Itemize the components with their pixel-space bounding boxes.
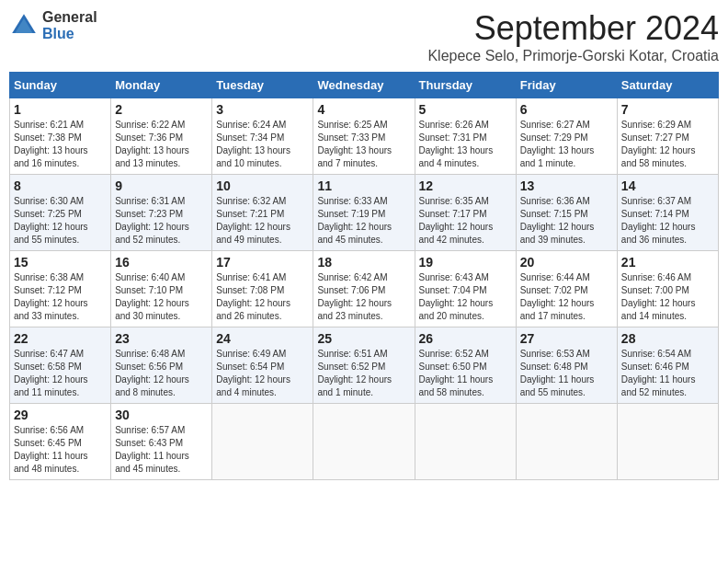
calendar-cell: 25Sunrise: 6:51 AM Sunset: 6:52 PM Dayli…	[313, 327, 415, 404]
calendar-cell: 17Sunrise: 6:41 AM Sunset: 7:08 PM Dayli…	[212, 251, 313, 327]
day-number: 16	[115, 255, 208, 270]
day-number: 20	[520, 255, 613, 270]
calendar-cell: 2Sunrise: 6:22 AM Sunset: 7:36 PM Daylig…	[111, 98, 212, 175]
calendar-cell	[212, 404, 313, 480]
calendar-cell: 30Sunrise: 6:57 AM Sunset: 6:43 PM Dayli…	[111, 404, 212, 480]
day-info: Sunrise: 6:35 AM Sunset: 7:17 PM Dayligh…	[419, 195, 512, 247]
calendar-cell: 4Sunrise: 6:25 AM Sunset: 7:33 PM Daylig…	[313, 98, 415, 175]
header-row: SundayMondayTuesdayWednesdayThursdayFrid…	[10, 73, 719, 98]
day-info: Sunrise: 6:29 AM Sunset: 7:27 PM Dayligh…	[621, 119, 714, 170]
day-number: 9	[115, 178, 208, 193]
calendar-week-2: 8Sunrise: 6:30 AM Sunset: 7:25 PM Daylig…	[10, 175, 719, 251]
calendar-week-4: 22Sunrise: 6:47 AM Sunset: 6:58 PM Dayli…	[10, 327, 719, 404]
day-number: 10	[216, 178, 309, 193]
calendar-cell	[415, 404, 516, 480]
day-number: 22	[14, 331, 107, 346]
day-info: Sunrise: 6:26 AM Sunset: 7:31 PM Dayligh…	[419, 119, 512, 170]
day-number: 21	[621, 255, 714, 270]
calendar-cell: 1Sunrise: 6:21 AM Sunset: 7:38 PM Daylig…	[10, 98, 111, 175]
day-number: 12	[419, 178, 512, 193]
day-info: Sunrise: 6:57 AM Sunset: 6:43 PM Dayligh…	[115, 424, 208, 476]
location-title: Klepece Selo, Primorje-Gorski Kotar, Cro…	[427, 48, 719, 64]
calendar-cell: 20Sunrise: 6:44 AM Sunset: 7:02 PM Dayli…	[516, 251, 617, 327]
logo: General Blue	[9, 9, 97, 41]
day-info: Sunrise: 6:21 AM Sunset: 7:38 PM Dayligh…	[14, 119, 107, 170]
calendar-cell: 7Sunrise: 6:29 AM Sunset: 7:27 PM Daylig…	[617, 98, 718, 175]
day-info: Sunrise: 6:54 AM Sunset: 6:46 PM Dayligh…	[621, 348, 714, 399]
day-number: 27	[520, 331, 613, 346]
day-number: 1	[14, 102, 107, 117]
day-info: Sunrise: 6:36 AM Sunset: 7:15 PM Dayligh…	[520, 195, 613, 247]
day-number: 26	[419, 331, 512, 346]
weekday-header-wednesday: Wednesday	[313, 73, 415, 98]
calendar-cell	[617, 404, 718, 480]
title-block: September 2024 Klepece Selo, Primorje-Go…	[427, 9, 719, 64]
calendar-table: SundayMondayTuesdayWednesdayThursdayFrid…	[9, 72, 719, 480]
weekday-header-thursday: Thursday	[415, 73, 516, 98]
page-header: General Blue September 2024 Klepece Selo…	[9, 9, 719, 64]
calendar-cell: 8Sunrise: 6:30 AM Sunset: 7:25 PM Daylig…	[10, 175, 111, 251]
calendar-cell: 11Sunrise: 6:33 AM Sunset: 7:19 PM Dayli…	[313, 175, 415, 251]
day-info: Sunrise: 6:22 AM Sunset: 7:36 PM Dayligh…	[115, 119, 208, 170]
weekday-header-friday: Friday	[516, 73, 617, 98]
day-number: 17	[216, 255, 309, 270]
day-info: Sunrise: 6:31 AM Sunset: 7:23 PM Dayligh…	[115, 195, 208, 247]
day-info: Sunrise: 6:47 AM Sunset: 6:58 PM Dayligh…	[14, 348, 107, 399]
calendar-cell: 13Sunrise: 6:36 AM Sunset: 7:15 PM Dayli…	[516, 175, 617, 251]
day-info: Sunrise: 6:30 AM Sunset: 7:25 PM Dayligh…	[14, 195, 107, 247]
day-number: 24	[216, 331, 309, 346]
day-info: Sunrise: 6:56 AM Sunset: 6:45 PM Dayligh…	[14, 424, 107, 476]
day-info: Sunrise: 6:32 AM Sunset: 7:21 PM Dayligh…	[216, 195, 309, 247]
day-info: Sunrise: 6:27 AM Sunset: 7:29 PM Dayligh…	[520, 119, 613, 170]
day-info: Sunrise: 6:52 AM Sunset: 6:50 PM Dayligh…	[419, 348, 512, 399]
calendar-cell: 10Sunrise: 6:32 AM Sunset: 7:21 PM Dayli…	[212, 175, 313, 251]
calendar-cell: 29Sunrise: 6:56 AM Sunset: 6:45 PM Dayli…	[10, 404, 111, 480]
day-number: 14	[621, 178, 714, 193]
day-info: Sunrise: 6:49 AM Sunset: 6:54 PM Dayligh…	[216, 348, 309, 399]
day-number: 23	[115, 331, 208, 346]
calendar-cell: 21Sunrise: 6:46 AM Sunset: 7:00 PM Dayli…	[617, 251, 718, 327]
calendar-cell: 19Sunrise: 6:43 AM Sunset: 7:04 PM Dayli…	[415, 251, 516, 327]
calendar-cell: 18Sunrise: 6:42 AM Sunset: 7:06 PM Dayli…	[313, 251, 415, 327]
day-info: Sunrise: 6:38 AM Sunset: 7:12 PM Dayligh…	[14, 271, 107, 323]
day-number: 11	[317, 178, 410, 193]
calendar-cell: 24Sunrise: 6:49 AM Sunset: 6:54 PM Dayli…	[212, 327, 313, 404]
day-info: Sunrise: 6:41 AM Sunset: 7:08 PM Dayligh…	[216, 271, 309, 323]
day-number: 15	[14, 255, 107, 270]
weekday-header-sunday: Sunday	[10, 73, 111, 98]
weekday-header-tuesday: Tuesday	[212, 73, 313, 98]
calendar-cell: 26Sunrise: 6:52 AM Sunset: 6:50 PM Dayli…	[415, 327, 516, 404]
calendar-cell: 27Sunrise: 6:53 AM Sunset: 6:48 PM Dayli…	[516, 327, 617, 404]
day-info: Sunrise: 6:53 AM Sunset: 6:48 PM Dayligh…	[520, 348, 613, 399]
calendar-cell: 22Sunrise: 6:47 AM Sunset: 6:58 PM Dayli…	[10, 327, 111, 404]
day-number: 19	[419, 255, 512, 270]
logo-blue: Blue	[42, 26, 97, 42]
calendar-cell: 12Sunrise: 6:35 AM Sunset: 7:17 PM Dayli…	[415, 175, 516, 251]
calendar-cell: 15Sunrise: 6:38 AM Sunset: 7:12 PM Dayli…	[10, 251, 111, 327]
logo-icon	[9, 11, 39, 40]
calendar-cell: 9Sunrise: 6:31 AM Sunset: 7:23 PM Daylig…	[111, 175, 212, 251]
day-number: 7	[621, 102, 714, 117]
month-title: September 2024	[427, 9, 719, 48]
day-number: 6	[520, 102, 613, 117]
day-info: Sunrise: 6:51 AM Sunset: 6:52 PM Dayligh…	[317, 348, 410, 399]
logo-general: General	[42, 9, 97, 26]
day-number: 5	[419, 102, 512, 117]
calendar-week-5: 29Sunrise: 6:56 AM Sunset: 6:45 PM Dayli…	[10, 404, 719, 480]
logo-text: General Blue	[42, 9, 97, 41]
day-info: Sunrise: 6:24 AM Sunset: 7:34 PM Dayligh…	[216, 119, 309, 170]
calendar-cell: 6Sunrise: 6:27 AM Sunset: 7:29 PM Daylig…	[516, 98, 617, 175]
day-info: Sunrise: 6:44 AM Sunset: 7:02 PM Dayligh…	[520, 271, 613, 323]
calendar-week-1: 1Sunrise: 6:21 AM Sunset: 7:38 PM Daylig…	[10, 98, 719, 175]
day-number: 30	[115, 408, 208, 422]
calendar-cell: 23Sunrise: 6:48 AM Sunset: 6:56 PM Dayli…	[111, 327, 212, 404]
day-info: Sunrise: 6:46 AM Sunset: 7:00 PM Dayligh…	[621, 271, 714, 323]
day-number: 18	[317, 255, 410, 270]
day-number: 4	[317, 102, 410, 117]
day-info: Sunrise: 6:37 AM Sunset: 7:14 PM Dayligh…	[621, 195, 714, 247]
calendar-cell: 16Sunrise: 6:40 AM Sunset: 7:10 PM Dayli…	[111, 251, 212, 327]
day-number: 13	[520, 178, 613, 193]
day-info: Sunrise: 6:40 AM Sunset: 7:10 PM Dayligh…	[115, 271, 208, 323]
day-info: Sunrise: 6:33 AM Sunset: 7:19 PM Dayligh…	[317, 195, 410, 247]
weekday-header-saturday: Saturday	[617, 73, 718, 98]
